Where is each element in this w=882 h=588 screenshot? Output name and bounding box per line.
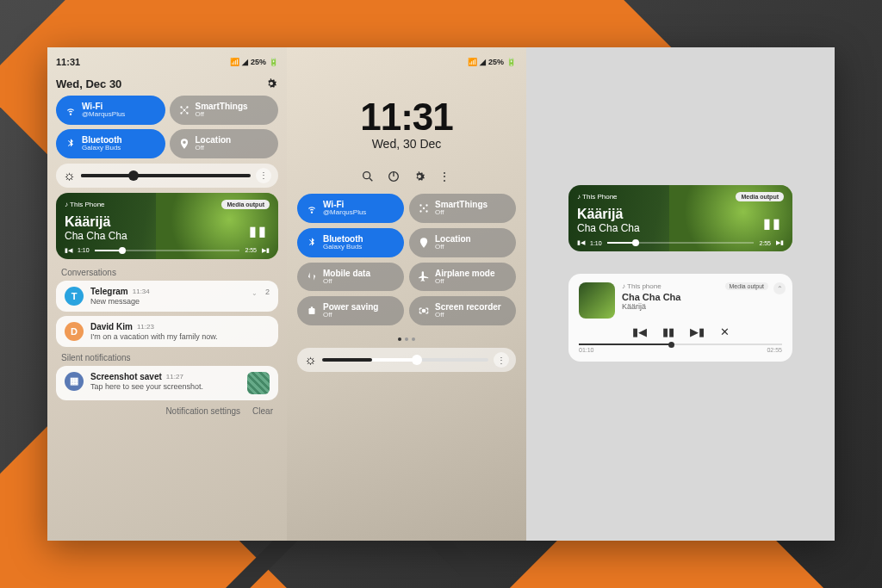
- status-icons: 📶◢25%🔋: [230, 58, 278, 66]
- record-icon: [418, 305, 430, 317]
- media-output-3[interactable]: Media output: [725, 282, 768, 290]
- notification-panel: 11:31 📶◢25%🔋 Wed, Dec 30 Wi-Fi@MarqusPlu…: [47, 47, 287, 541]
- media-track-3: Cha Cha Cha: [622, 292, 782, 302]
- qs-mobiledata[interactable]: Mobile dataOff: [297, 263, 404, 292]
- brightness-icon: ☼: [63, 168, 76, 183]
- qs-bluetooth[interactable]: BluetoothGalaxy Buds: [297, 228, 404, 257]
- media-source: ♪ This Phone: [65, 201, 105, 208]
- screenshot-icon: ▦: [65, 372, 84, 391]
- quick-toggles: Wi-Fi@MarqusPlus SmartThingsOff Bluetoot…: [56, 96, 278, 158]
- settings-icon[interactable]: [264, 77, 278, 90]
- telegram-icon: T: [65, 287, 84, 306]
- screenshot-thumb: [247, 372, 270, 394]
- qs-location[interactable]: LocationOff: [409, 228, 516, 257]
- wifi-icon: [306, 202, 318, 214]
- pause-button[interactable]: ▮▮: [249, 223, 268, 239]
- status-bar-2: 📶◢25%🔋: [297, 54, 516, 70]
- location-icon: [418, 237, 430, 249]
- battery-icon: [306, 305, 318, 317]
- svg-rect-13: [311, 307, 313, 309]
- next-button-2[interactable]: ▶▮: [776, 239, 784, 246]
- prev-button[interactable]: ▮◀: [65, 247, 72, 254]
- chevron-down-icon[interactable]: ⌄: [252, 289, 258, 297]
- clock-date: Wed, 30 Dec: [297, 137, 516, 151]
- more-icon-3[interactable]: ⋮: [494, 352, 509, 368]
- qs-powersaving[interactable]: Power savingOff: [297, 296, 404, 325]
- lock-clock: 11:31 Wed, 30 Dec: [297, 96, 516, 151]
- total-time: 2:55: [245, 247, 257, 253]
- smartthings-icon: [178, 104, 190, 116]
- conversations-label: Conversations: [61, 268, 278, 277]
- toggle-smartthings[interactable]: SmartThingsOff: [170, 96, 279, 125]
- status-time: 11:31: [56, 57, 80, 67]
- media-widget-compact[interactable]: Media output ⌃ ♪ This phone Cha Cha Cha …: [568, 274, 792, 362]
- media-track: Cha Cha Cha: [65, 230, 270, 242]
- elapsed-3: 01:10: [579, 347, 594, 353]
- svg-point-5: [363, 172, 370, 179]
- qs-screenrecorder[interactable]: Screen recorderOff: [409, 296, 516, 325]
- search-icon[interactable]: [361, 170, 375, 183]
- brightness-slider-2[interactable]: ☼ ⋮: [297, 348, 516, 372]
- notification-screenshot[interactable]: ▦ Screenshot savet11:27 Tap here to see …: [56, 366, 278, 400]
- quick-settings-panel: 📶◢25%🔋 11:31 Wed, 30 Dec ⋮ Wi-Fi@MarqusP…: [287, 47, 526, 541]
- toggle-location[interactable]: LocationOff: [170, 129, 279, 158]
- close-button[interactable]: ✕: [720, 325, 730, 338]
- notification-david[interactable]: D David Kim11:23 I'm on a vacation with …: [56, 316, 278, 347]
- svg-point-11: [423, 207, 425, 209]
- contact-icon: D: [65, 322, 84, 341]
- qs-airplane[interactable]: Airplane modeOff: [409, 263, 516, 292]
- clear-button[interactable]: Clear: [252, 406, 273, 416]
- elapsed-time: 1:10: [78, 247, 90, 253]
- widgets-panel: ♪ This Phone Media output Käärijä Cha Ch…: [526, 47, 835, 541]
- qs-wifi[interactable]: Wi-Fi@MarqusPlus: [297, 194, 404, 223]
- svg-point-8: [425, 204, 427, 206]
- more-icon[interactable]: ⋮: [256, 168, 271, 183]
- pause-button-2[interactable]: ▮▮: [763, 215, 782, 232]
- bluetooth-icon: [306, 237, 318, 249]
- toggle-wifi[interactable]: Wi-Fi@MarqusPlus: [56, 96, 165, 125]
- prev-button-2[interactable]: ▮◀: [577, 239, 585, 246]
- pause-button-3[interactable]: ▮▮: [662, 325, 674, 338]
- brightness-slider[interactable]: ☼ ⋮: [56, 164, 278, 188]
- svg-point-10: [425, 210, 427, 212]
- progress-bar-3[interactable]: [579, 344, 782, 345]
- next-button-3[interactable]: ▶▮: [690, 325, 705, 338]
- prev-button-3[interactable]: ▮◀: [632, 325, 647, 338]
- media-artist-3: Käärijä: [622, 302, 782, 311]
- settings-icon-2[interactable]: [413, 170, 426, 183]
- collapse-icon[interactable]: ⌃: [773, 282, 786, 294]
- more-icon-2[interactable]: ⋮: [438, 170, 452, 183]
- toggle-bluetooth[interactable]: BluetoothGalaxy Buds: [56, 129, 165, 158]
- media-artist: Käärijä: [65, 214, 270, 230]
- album-art-3: [579, 282, 615, 319]
- media-output-button[interactable]: Media output: [221, 200, 270, 209]
- media-player-card[interactable]: ♪ This Phone Media output Käärijä Cha Ch…: [56, 193, 278, 259]
- notification-settings-link[interactable]: Notification settings: [165, 406, 240, 416]
- progress-bar-2[interactable]: [607, 242, 755, 244]
- brightness-icon: ☼: [304, 352, 317, 368]
- svg-point-7: [419, 204, 421, 206]
- media-artist-2: Käärijä: [577, 207, 784, 222]
- notification-telegram[interactable]: T Telegram11:34 New message 2 ⌄: [56, 281, 278, 312]
- silent-label: Silent notifications: [61, 353, 278, 362]
- media-source-2: ♪ This Phone: [577, 193, 618, 201]
- airplane-icon: [418, 270, 430, 282]
- data-icon: [306, 270, 318, 282]
- media-track-2: Cha Cha Cha: [577, 222, 784, 234]
- total-3: 02:55: [767, 347, 782, 353]
- svg-rect-12: [309, 308, 315, 314]
- smartthings-icon: [418, 202, 430, 214]
- bluetooth-icon: [65, 138, 77, 150]
- media-output-2[interactable]: Media output: [736, 192, 784, 201]
- media-widget-expanded[interactable]: ♪ This Phone Media output Käärijä Cha Ch…: [568, 185, 792, 251]
- power-icon[interactable]: [387, 170, 401, 183]
- qs-smartthings[interactable]: SmartThingsOff: [409, 194, 516, 223]
- page-indicator: [297, 337, 516, 341]
- wifi-icon: [65, 104, 77, 116]
- next-button[interactable]: ▶▮: [262, 247, 270, 254]
- notification-count: 2: [265, 288, 270, 296]
- progress-bar[interactable]: [95, 250, 240, 251]
- status-bar: 11:31 📶◢25%🔋: [56, 54, 278, 70]
- date-label: Wed, Dec 30: [56, 77, 121, 90]
- svg-point-9: [419, 210, 421, 212]
